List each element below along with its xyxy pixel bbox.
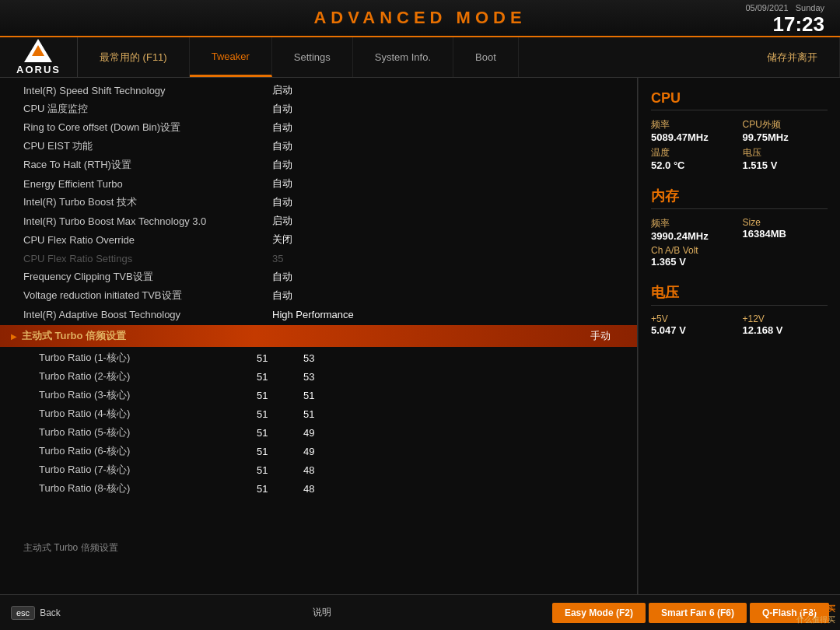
setting-row-energy-efficient[interactable]: Energy Efficient Turbo 自动 [0, 174, 637, 193]
memory-title: 内存 [651, 187, 828, 209]
setting-row-speed-shift[interactable]: Intel(R) Speed Shift Technology 启动 [0, 81, 637, 100]
logo-triangle-icon [24, 39, 52, 62]
header-clock: 17:23 [745, 12, 824, 37]
turbo-row-6core[interactable]: Turbo Ratio (6-核心) 51 49 [0, 442, 637, 460]
setting-row-adaptive-boost[interactable]: Intel(R) Adaptive Boost Technology High … [0, 305, 637, 324]
logo-area: AORUS [0, 37, 78, 77]
turbo-row-3core[interactable]: Turbo Ratio (3-核心) 51 51 [0, 386, 637, 404]
mem-size-value: 16384MB [743, 228, 828, 240]
nav-item-frequent[interactable]: 最常用的 (F11) [78, 37, 190, 77]
main-area: Intel(R) Speed Shift Technology 启动 CPU 温… [0, 78, 840, 594]
header-time: 05/09/2021 Sunday 17:23 [745, 3, 824, 37]
watermark-site: 什么值得买 [796, 614, 835, 625]
nav-item-settings[interactable]: Settings [272, 37, 353, 77]
turbo-section-header[interactable]: ▶ 主动式 Turbo 倍频设置 手动 [0, 325, 637, 347]
setting-row-turbo-boost-max[interactable]: Intel(R) Turbo Boost Max Technology 3.0 … [0, 212, 637, 230]
mem-size-label: Size [743, 217, 828, 228]
v12-label: +12V [743, 313, 828, 324]
mem-volt-label: Ch A/B Volt [651, 245, 828, 256]
turbo-row-7core[interactable]: Turbo Ratio (7-核心) 51 48 [0, 460, 637, 479]
turbo-row-1core[interactable]: Turbo Ratio (1-核心) 51 53 [0, 348, 637, 367]
nav-item-sysinfo[interactable]: System Info. [353, 37, 453, 77]
bottom-desc-label: 说明 [92, 606, 552, 619]
logo-aorus: AORUS [16, 39, 61, 75]
mem-freq-label: 频率 [651, 217, 737, 230]
v5-value: 5.047 V [651, 324, 737, 336]
mem-freq-value: 3990.24MHz [651, 230, 737, 242]
cpu-freq-label: 频率 [651, 118, 737, 131]
section-title: 主动式 Turbo 倍频设置 [22, 329, 126, 343]
setting-row-eist[interactable]: CPU EIST 功能 自动 [0, 137, 637, 156]
section-expand-icon: ▶ [11, 332, 17, 341]
cpu-info-section: CPU 频率 5089.47MHz CPU外频 99.75MHz 温度 52.0… [651, 90, 828, 171]
header-title: ADVANCED MODE [313, 8, 526, 28]
setting-row-cpu-flex-override[interactable]: CPU Flex Ratio Override 关闭 [0, 230, 637, 249]
esc-key[interactable]: esc [11, 606, 35, 620]
cpu-ext-freq-label: CPU外频 [743, 118, 828, 131]
bottom-bar: esc Back 说明 Easy Mode (F2) Smart Fan 6 (… [0, 594, 840, 630]
nav-bar: AORUS 最常用的 (F11) Tweaker Settings System… [0, 37, 840, 78]
cpu-temp-value: 52.0 °C [651, 159, 737, 171]
nav-item-tweaker[interactable]: Tweaker [190, 37, 272, 77]
memory-grid: 频率 3990.24MHz Size 16384MB Ch A/B Volt 1… [651, 217, 828, 268]
cpu-title: CPU [651, 90, 828, 110]
header: ADVANCED MODE 05/09/2021 Sunday 17:23 [0, 0, 840, 37]
setting-row-turbo-boost[interactable]: Intel(R) Turbo Boost 技术 自动 [0, 193, 637, 212]
cpu-voltage-label: 电压 [743, 146, 828, 159]
memory-info-section: 内存 频率 3990.24MHz Size 16384MB Ch A/B Vol… [651, 187, 828, 268]
bottom-left: esc Back [11, 606, 61, 620]
bottom-buttons: Easy Mode (F2) Smart Fan 6 (F6) Q-Flash … [552, 603, 829, 623]
settings-panel[interactable]: Intel(R) Speed Shift Technology 启动 CPU 温… [0, 78, 638, 594]
status-description: 主动式 Turbo 倍频设置 [0, 537, 637, 559]
setting-row-freq-clipping[interactable]: Frequency Clipping TVB设置 自动 [0, 268, 637, 286]
header-date: 05/09/2021 Sunday [745, 3, 824, 12]
setting-row-ring-core[interactable]: Ring to Core offset (Down Bin)设置 自动 [0, 118, 637, 137]
voltage-grid: +5V 5.047 V +12V 12.168 V [651, 313, 828, 336]
turbo-row-8core[interactable]: Turbo Ratio (8-核心) 51 48 [0, 479, 637, 498]
info-panel: CPU 频率 5089.47MHz CPU外频 99.75MHz 温度 52.0… [638, 78, 840, 594]
watermark-brand: 值▲值得买 [796, 604, 835, 614]
nav-items: 最常用的 (F11) Tweaker Settings System Info.… [78, 37, 840, 77]
v12-value: 12.168 V [743, 324, 828, 336]
section-value: 手动 [590, 329, 611, 343]
voltage-title: 电压 [651, 283, 828, 306]
watermark: 值▲值得买 什么值得买 [796, 604, 835, 625]
turbo-row-5core[interactable]: Turbo Ratio (5-核心) 51 49 [0, 423, 637, 442]
cpu-grid: 频率 5089.47MHz CPU外频 99.75MHz 温度 52.0 °C … [651, 118, 828, 171]
nav-item-boot[interactable]: Boot [453, 37, 519, 77]
setting-row-cpu-temp[interactable]: CPU 温度监控 自动 [0, 100, 637, 118]
logo-text: AORUS [16, 64, 61, 75]
cpu-ext-freq-value: 99.75MHz [743, 131, 828, 143]
easy-mode-button[interactable]: Easy Mode (F2) [552, 603, 646, 623]
smart-fan-button[interactable]: Smart Fan 6 (F6) [649, 603, 747, 623]
cpu-voltage-value: 1.515 V [743, 159, 828, 171]
nav-item-save-exit[interactable]: 储存并离开 [745, 37, 840, 77]
voltage-info-section: 电压 +5V 5.047 V +12V 12.168 V [651, 283, 828, 336]
cpu-temp-label: 温度 [651, 146, 737, 159]
setting-row-voltage-reduction[interactable]: Voltage reduction initiated TVB设置 自动 [0, 286, 637, 305]
turbo-row-2core[interactable]: Turbo Ratio (2-核心) 51 53 [0, 367, 637, 386]
turbo-row-4core[interactable]: Turbo Ratio (4-核心) 51 51 [0, 404, 637, 423]
cpu-freq-value: 5089.47MHz [651, 131, 737, 143]
v5-label: +5V [651, 313, 737, 324]
setting-row-cpu-flex-settings: CPU Flex Ratio Settings 35 [0, 249, 637, 268]
setting-row-rth[interactable]: Race To Halt (RTH)设置 自动 [0, 156, 637, 174]
back-label: Back [40, 607, 61, 618]
mem-volt-value: 1.365 V [651, 256, 828, 268]
